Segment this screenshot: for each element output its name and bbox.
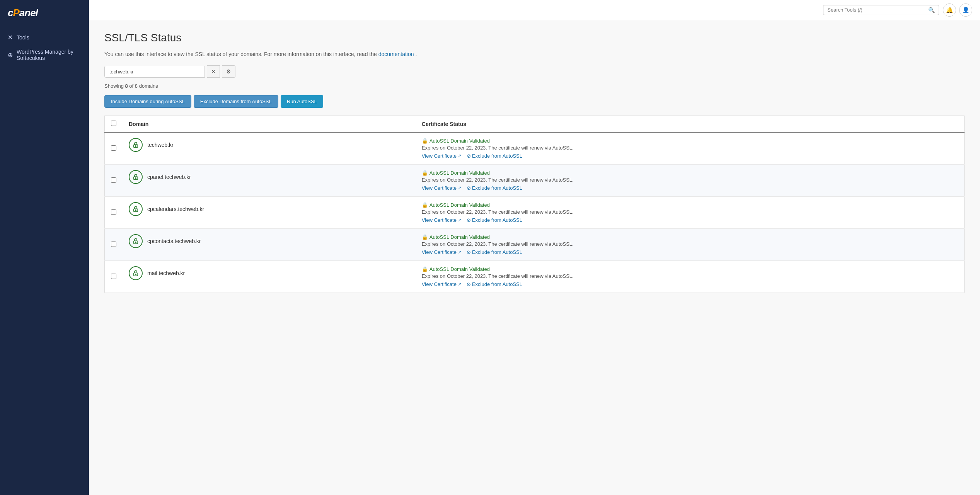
topbar: 🔍 🔔 👤 (89, 0, 980, 20)
cert-status-cell: 🔒 AutoSSL Domain Validated Expires on Oc… (416, 132, 965, 165)
cert-expires-text: Expires on October 22, 2023. The certifi… (422, 209, 958, 215)
external-link-icon: ↗ (458, 153, 461, 158)
domain-name: techweb.kr (147, 142, 174, 148)
cert-expires-text: Expires on October 22, 2023. The certifi… (422, 145, 958, 151)
ssl-status-icon (129, 138, 143, 152)
view-certificate-link[interactable]: View Certificate ↗ (422, 153, 461, 159)
external-link-icon: ↗ (458, 282, 461, 287)
showing-of: of (129, 83, 135, 89)
user-icon: 👤 (962, 7, 970, 14)
sidebar-item-wordpress-manager[interactable]: ⊕ WordPress Manager by Softaculous (0, 45, 89, 65)
search-input[interactable] (827, 7, 926, 13)
exclude-from-autossl-link[interactable]: ⊘ Exclude from AutoSSL (467, 153, 522, 159)
filter-input[interactable] (104, 66, 205, 78)
run-autossl-button[interactable]: Run AutoSSL (281, 95, 323, 108)
cert-status-text: AutoSSL Domain Validated (429, 266, 490, 272)
exclude-icon: ⊘ (467, 281, 471, 287)
cert-status-cell: 🔒 AutoSSL Domain Validated Expires on Oc… (416, 261, 965, 293)
row-checkbox[interactable] (111, 242, 116, 247)
exclude-from-autossl-link[interactable]: ⊘ Exclude from AutoSSL (467, 185, 522, 191)
svg-point-7 (135, 242, 136, 243)
cert-status-cell: 🔒 AutoSSL Domain Validated Expires on Oc… (416, 229, 965, 261)
topbar-icons: 🔔 👤 (943, 3, 972, 17)
exclude-from-autossl-link[interactable]: ⊘ Exclude from AutoSSL (467, 217, 522, 223)
cert-actions: View Certificate ↗ ⊘ Exclude from AutoSS… (422, 249, 958, 255)
domain-name: cpcontacts.techweb.kr (147, 238, 201, 244)
user-button[interactable]: 👤 (959, 3, 972, 17)
table-row: mail.techweb.kr 🔒 AutoSSL Domain Validat… (105, 261, 965, 293)
external-link-icon: ↗ (458, 185, 461, 191)
svg-point-9 (135, 274, 136, 275)
cert-status-text: AutoSSL Domain Validated (429, 234, 490, 240)
row-checkbox-cell (105, 165, 123, 197)
notifications-button[interactable]: 🔔 (943, 3, 956, 17)
view-certificate-link[interactable]: View Certificate ↗ (422, 185, 461, 191)
filter-bar: ✕ ⚙ (104, 65, 965, 78)
row-checkbox[interactable] (111, 145, 116, 151)
ssl-status-icon (129, 234, 143, 248)
filter-clear-button[interactable]: ✕ (207, 65, 220, 78)
row-checkbox-cell (105, 261, 123, 293)
showing-text: Showing 8 of 8 domains (104, 83, 965, 89)
sidebar-item-wordpress-label: WordPress Manager by Softaculous (17, 49, 81, 61)
table-row: cpcalendars.techweb.kr 🔒 AutoSSL Domain … (105, 197, 965, 229)
bell-icon: 🔔 (946, 7, 953, 14)
table-row: techweb.kr 🔒 AutoSSL Domain Validated Ex… (105, 132, 965, 165)
domain-cell: cpcontacts.techweb.kr (123, 229, 416, 261)
table-row: cpanel.techweb.kr 🔒 AutoSSL Domain Valid… (105, 165, 965, 197)
cert-expires-text: Expires on October 22, 2023. The certifi… (422, 241, 958, 247)
sidebar-item-tools[interactable]: ✕ Tools (0, 30, 89, 45)
cert-status-cell: 🔒 AutoSSL Domain Validated Expires on Oc… (416, 165, 965, 197)
documentation-link[interactable]: documentation (378, 51, 414, 57)
cert-lock-icon: 🔒 (422, 202, 428, 208)
domain-cell: cpanel.techweb.kr (123, 165, 416, 197)
main-area: 🔍 🔔 👤 SSL/TLS Status You can use this in… (89, 0, 980, 495)
sidebar-nav: ✕ Tools ⊕ WordPress Manager by Softaculo… (0, 26, 89, 69)
page-title: SSL/TLS Status (104, 32, 965, 44)
cert-expires-text: Expires on October 22, 2023. The certifi… (422, 273, 958, 279)
select-all-header (105, 116, 123, 133)
domain-name: mail.techweb.kr (147, 270, 185, 276)
sidebar-item-tools-label: Tools (17, 34, 29, 41)
search-container[interactable]: 🔍 (823, 5, 939, 15)
exclude-icon: ⊘ (467, 153, 471, 159)
svg-point-5 (135, 210, 136, 211)
cert-lock-icon: 🔒 (422, 234, 428, 240)
domain-name: cpcalendars.techweb.kr (147, 206, 204, 212)
select-all-checkbox[interactable] (111, 121, 116, 126)
row-checkbox[interactable] (111, 177, 116, 183)
domain-cell: mail.techweb.kr (123, 261, 416, 293)
row-checkbox[interactable] (111, 209, 116, 215)
view-certificate-link[interactable]: View Certificate ↗ (422, 281, 461, 287)
wordpress-icon: ⊕ (8, 51, 13, 59)
exclude-from-autossl-link[interactable]: ⊘ Exclude from AutoSSL (467, 281, 522, 287)
include-domains-button[interactable]: Include Domains during AutoSSL (104, 95, 191, 108)
cert-lock-icon: 🔒 (422, 138, 428, 144)
page-description: You can use this interface to view the S… (104, 50, 965, 58)
showing-total: 8 domains (135, 83, 158, 89)
domain-cell: techweb.kr (123, 132, 416, 165)
domains-table: Domain Certificate Status (104, 116, 965, 293)
search-icon: 🔍 (928, 7, 935, 13)
exclude-icon: ⊘ (467, 249, 471, 255)
view-certificate-link[interactable]: View Certificate ↗ (422, 217, 461, 223)
cpanel-logo-text: cPanel (8, 7, 81, 19)
exclude-from-autossl-link[interactable]: ⊘ Exclude from AutoSSL (467, 249, 522, 255)
view-certificate-link[interactable]: View Certificate ↗ (422, 249, 461, 255)
showing-count: 8 (125, 83, 128, 89)
filter-settings-button[interactable]: ⚙ (222, 65, 235, 78)
domain-column-header: Domain (123, 116, 416, 133)
domain-cell: cpcalendars.techweb.kr (123, 197, 416, 229)
sidebar-logo: cPanel (0, 0, 89, 26)
cert-status-text: AutoSSL Domain Validated (429, 202, 490, 208)
cert-status-column-header: Certificate Status (416, 116, 965, 133)
exclude-icon: ⊘ (467, 185, 471, 191)
exclude-domains-button[interactable]: Exclude Domains from AutoSSL (194, 95, 278, 108)
cert-status-cell: 🔒 AutoSSL Domain Validated Expires on Oc… (416, 197, 965, 229)
external-link-icon: ↗ (458, 218, 461, 223)
svg-point-3 (135, 178, 136, 179)
row-checkbox-cell (105, 132, 123, 165)
row-checkbox[interactable] (111, 274, 116, 279)
svg-point-1 (135, 146, 136, 146)
cert-lock-icon: 🔒 (422, 266, 428, 272)
